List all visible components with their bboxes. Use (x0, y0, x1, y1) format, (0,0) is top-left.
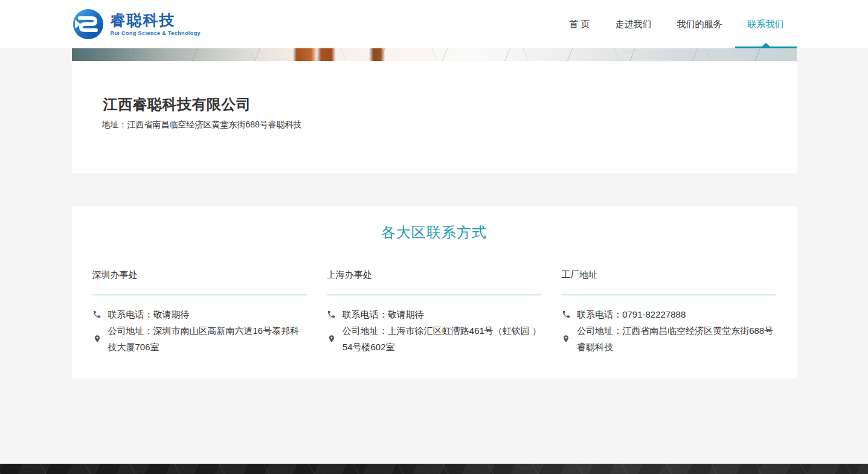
active-tab-indicator (735, 46, 797, 48)
location-pin-icon (92, 322, 102, 355)
office-phone-row: 联系电话：敬请期待 (327, 306, 541, 322)
company-info-card: 江西睿聪科技有限公司 地址：江西省南昌临空经济区黄堂东街688号睿聪科技 (72, 61, 797, 173)
section-heading: 各大区联系方式 (92, 223, 776, 242)
office-shenzhen: 深圳办事处 联系电话：敬请期待 公司 (92, 269, 307, 355)
nav-item-contact-label: 联系我们 (748, 19, 784, 30)
office-address: 公司地址：上海市徐汇区虹漕路461号（虹钦园 ）54号楼602室 (342, 322, 541, 355)
office-columns: 深圳办事处 联系电话：敬请期待 公司 (92, 269, 776, 355)
brand-name: 睿聪科技 (111, 12, 201, 29)
office-phone: 联系电话：敬请期待 (342, 306, 541, 322)
site-header: 睿聪科技 Rui Cong Science & Technology 首 页 走… (0, 0, 868, 48)
company-address: 地址：江西省南昌临空经济区黄堂东街688号睿聪科技 (102, 120, 765, 130)
phone-icon (327, 306, 336, 322)
teal-divider (92, 295, 307, 295)
location-pin-icon (327, 322, 336, 355)
teal-divider (561, 295, 776, 295)
banner-image (72, 48, 797, 61)
nav-item-home[interactable]: 首 页 (556, 0, 602, 48)
phone-icon (92, 306, 102, 322)
nav-item-services[interactable]: 我们的服务 (664, 0, 735, 48)
office-phone: 联系电话：敬请期待 (108, 306, 307, 322)
office-address-row: 公司地址：深圳市南山区高新南六道16号泰邦科技大厦706室 (92, 322, 307, 355)
office-address-row: 公司地址：江西省南昌临空经济区黄堂东街688号睿聪科技 (561, 322, 776, 355)
brand-tagline: Rui Cong Science & Technology (111, 30, 201, 36)
office-title: 工厂地址 (561, 269, 776, 281)
office-phone-row: 联系电话：敬请期待 (92, 306, 307, 322)
nav-item-about[interactable]: 走进我们 (603, 0, 664, 48)
office-title: 深圳办事处 (92, 269, 307, 281)
phone-icon (561, 306, 571, 322)
site-footer (0, 464, 868, 474)
nav-item-contact[interactable]: 联系我们 (735, 0, 797, 48)
office-address: 公司地址：江西省南昌临空经济区黄堂东街688号睿聪科技 (577, 322, 776, 355)
logo-sphere-icon (72, 8, 104, 40)
teal-divider (327, 295, 541, 295)
company-logo[interactable]: 睿聪科技 Rui Cong Science & Technology (72, 8, 201, 40)
office-phone: 联系电话：0791-82227888 (577, 306, 776, 322)
office-shanghai: 上海办事处 联系电话：敬请期待 公司 (327, 269, 541, 355)
office-address-row: 公司地址：上海市徐汇区虹漕路461号（虹钦园 ）54号楼602室 (327, 322, 541, 355)
main-nav: 首 页 走进我们 我们的服务 联系我们 (556, 0, 796, 48)
office-address: 公司地址：深圳市南山区高新南六道16号泰邦科技大厦706室 (108, 322, 307, 355)
office-phone-row: 联系电话：0791-82227888 (561, 306, 776, 322)
office-factory: 工厂地址 联系电话：0791-82227888 (561, 269, 776, 355)
company-name: 江西睿聪科技有限公司 (103, 95, 765, 114)
office-title: 上海办事处 (327, 269, 541, 281)
regional-contacts-card: 各大区联系方式 深圳办事处 联系电话：敬请期待 (72, 207, 797, 379)
pre-footer-gap (0, 379, 868, 464)
location-pin-icon (561, 322, 571, 355)
section-gap (0, 173, 868, 207)
